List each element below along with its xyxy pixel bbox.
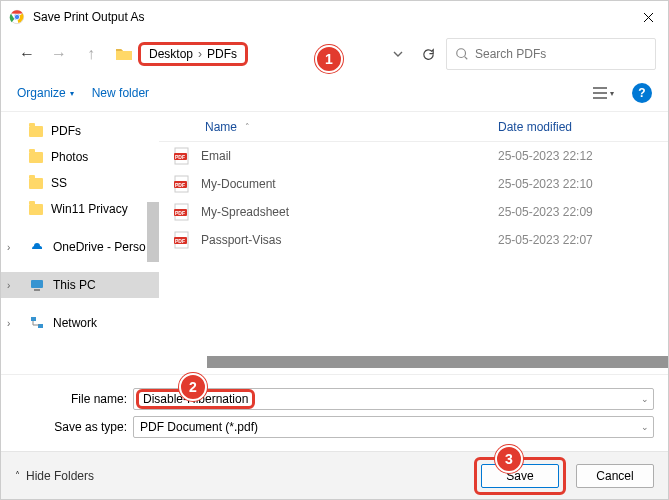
new-folder-button[interactable]: New folder: [92, 86, 149, 100]
file-row[interactable]: PDFPassport-Visas25-05-2023 22:07: [159, 226, 668, 254]
onedrive-icon: [29, 239, 45, 255]
chevron-right-icon[interactable]: ›: [7, 242, 10, 253]
column-name[interactable]: Name˄: [205, 120, 498, 134]
folder-icon: [29, 126, 43, 137]
sidebar-item-pdfs[interactable]: PDFs: [1, 118, 159, 144]
sidebar-item-photos[interactable]: Photos: [1, 144, 159, 170]
svg-point-3: [457, 49, 466, 58]
organize-button[interactable]: Organize ▾: [17, 86, 74, 100]
sidebar-item-win11privacy[interactable]: Win11 Privacy: [1, 196, 159, 222]
chrome-icon: [9, 9, 25, 25]
close-button[interactable]: [628, 1, 668, 33]
pdf-icon: PDF: [173, 147, 191, 165]
sidebar-item-network[interactable]: ›Network: [1, 310, 159, 336]
column-date[interactable]: Date modified: [498, 120, 668, 134]
file-name-input[interactable]: Disable-Hibernation ⌄: [133, 388, 654, 410]
pdf-icon: PDF: [173, 203, 191, 221]
sidebar-item-onedrive[interactable]: ›OneDrive - Perso: [1, 234, 159, 260]
folder-icon: [114, 44, 134, 64]
view-options-button[interactable]: ▾: [593, 87, 614, 99]
chevron-down-icon: ▾: [610, 89, 614, 98]
folder-icon: [29, 152, 43, 163]
crumb-pdfs[interactable]: PDFs: [207, 47, 237, 61]
hide-folders-button[interactable]: ˄ Hide Folders: [15, 469, 94, 483]
svg-rect-4: [31, 280, 43, 288]
folder-icon: [29, 204, 43, 215]
callout-1: 1: [315, 45, 343, 73]
svg-text:PDF: PDF: [175, 182, 185, 188]
horizontal-scrollbar[interactable]: [207, 356, 669, 368]
sidebar-scrollbar[interactable]: [147, 202, 159, 262]
search-box[interactable]: [446, 38, 656, 70]
sidebar-item-ss[interactable]: SS: [1, 170, 159, 196]
crumb-desktop[interactable]: Desktop: [149, 47, 193, 61]
search-icon: [455, 47, 469, 61]
up-button[interactable]: ↑: [77, 40, 105, 68]
file-row[interactable]: PDFMy-Spreadsheet25-05-2023 22:09: [159, 198, 668, 226]
window-title: Save Print Output As: [33, 10, 628, 24]
pdf-icon: PDF: [173, 175, 191, 193]
back-button[interactable]: ←: [13, 40, 41, 68]
forward-button[interactable]: →: [45, 40, 73, 68]
chevron-down-icon: ▾: [70, 89, 74, 98]
refresh-button[interactable]: [414, 47, 442, 62]
callout-2: 2: [179, 373, 207, 401]
save-form: File name: Disable-Hibernation ⌄ Save as…: [1, 375, 668, 441]
callout-3: 3: [495, 445, 523, 473]
chevron-down-icon[interactable]: ⌄: [641, 422, 649, 432]
toolbar: Organize ▾ New folder ▾ ?: [1, 75, 668, 111]
svg-rect-6: [31, 317, 36, 321]
save-type-select[interactable]: PDF Document (*.pdf) ⌄: [133, 416, 654, 438]
svg-text:PDF: PDF: [175, 238, 185, 244]
save-type-label: Save as type:: [15, 420, 127, 434]
network-icon: [29, 315, 45, 331]
file-name-label: File name:: [15, 392, 127, 406]
chevron-right-icon: ›: [195, 47, 205, 61]
chevron-right-icon[interactable]: ›: [7, 318, 10, 329]
search-input[interactable]: [475, 47, 647, 61]
folder-icon: [29, 178, 43, 189]
pdf-icon: PDF: [173, 231, 191, 249]
breadcrumb: Desktop › PDFs: [138, 42, 248, 66]
sort-asc-icon: ˄: [245, 122, 250, 132]
file-list: Name˄ Date modified PDFEmail25-05-2023 2…: [159, 112, 668, 374]
content-area: PDFs Photos SS Win11 Privacy ›OneDrive -…: [1, 111, 668, 375]
sidebar-item-thispc[interactable]: ›This PC: [1, 272, 159, 298]
chevron-up-icon: ˄: [15, 470, 20, 481]
svg-text:PDF: PDF: [175, 210, 185, 216]
file-row[interactable]: PDFEmail25-05-2023 22:12: [159, 142, 668, 170]
chevron-down-icon[interactable]: ⌄: [641, 394, 649, 404]
file-list-header: Name˄ Date modified: [159, 112, 668, 142]
svg-point-2: [14, 14, 19, 19]
title-bar: Save Print Output As: [1, 1, 668, 33]
svg-text:PDF: PDF: [175, 154, 185, 160]
pc-icon: [29, 277, 45, 293]
chevron-right-icon[interactable]: ›: [7, 280, 10, 291]
help-button[interactable]: ?: [632, 83, 652, 103]
sidebar: PDFs Photos SS Win11 Privacy ›OneDrive -…: [1, 112, 159, 374]
file-row[interactable]: PDFMy-Document25-05-2023 22:10: [159, 170, 668, 198]
save-type-value: PDF Document (*.pdf): [140, 420, 258, 434]
recent-locations-button[interactable]: [386, 48, 410, 60]
cancel-button[interactable]: Cancel: [576, 464, 654, 488]
svg-rect-5: [34, 289, 40, 291]
footer: ˄ Hide Folders Save Cancel: [1, 451, 668, 499]
